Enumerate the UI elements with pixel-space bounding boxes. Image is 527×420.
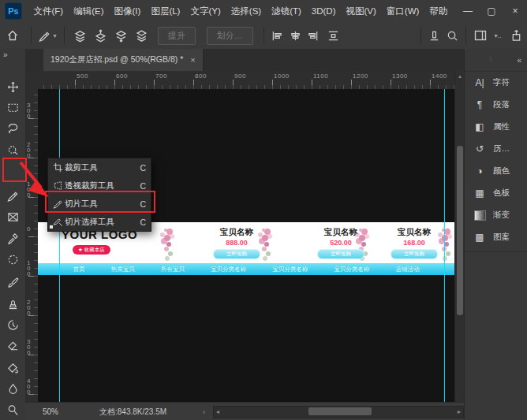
maximize-button[interactable]: ▢ (480, 2, 503, 20)
overflow-caret-icon[interactable]: ▾‥ (490, 27, 505, 44)
bring-forward-icon[interactable] (90, 27, 110, 44)
guide-line-right (444, 89, 445, 402)
horizontal-scroll-thumb[interactable] (308, 407, 372, 415)
zoom-level-field[interactable]: 50% (43, 407, 58, 416)
scroll-left-icon[interactable]: ◂ (216, 408, 219, 415)
share-export-icon[interactable] (506, 27, 527, 44)
status-expander-icon[interactable]: › (203, 408, 205, 416)
crop-tool-icon (51, 162, 65, 173)
product-price: 520.00 (305, 239, 376, 247)
dock-grip[interactable]: ⠿ (465, 57, 517, 63)
panel-tab-swatches[interactable]: ▦ 色板 (465, 182, 527, 204)
buy-now-button: 立即抢购 (391, 249, 438, 259)
panel-tab-character[interactable]: A| 字符 (465, 72, 527, 94)
horizontal-ruler: 50060070080090010001100120013001400 (38, 71, 454, 90)
menu-3d[interactable]: 3D(D) (306, 6, 341, 16)
menu-image[interactable]: 图像(I) (109, 6, 146, 17)
align-right-icon[interactable] (304, 27, 321, 44)
menu-select[interactable]: 选择(S) (226, 6, 266, 17)
menu-item-perspective-crop-tool[interactable]: 透视裁剪工具 C (48, 177, 151, 195)
panel-tab-gradients[interactable]: 渐变 (465, 204, 527, 226)
home-icon[interactable] (0, 27, 26, 44)
menu-file[interactable]: 文件(F) (28, 6, 69, 17)
divide-button[interactable]: 划分… (207, 27, 253, 45)
distribute-icon[interactable] (322, 27, 345, 44)
eyedropper-tool[interactable] (3, 229, 22, 247)
history-brush-tool[interactable] (3, 315, 22, 334)
ruler-tick-label: 500 (77, 72, 88, 80)
panel-divider (465, 251, 527, 252)
menu-item-crop-tool[interactable]: 裁剪工具 C (48, 158, 151, 177)
slice-tool-icon (51, 199, 65, 209)
menu-filter[interactable]: 滤镜(T) (267, 6, 307, 17)
ruler-tick-label: 1200 (353, 72, 368, 80)
paint-bucket-tool[interactable] (3, 358, 22, 377)
clone-stamp-tool[interactable] (3, 294, 22, 313)
brush-tool[interactable] (3, 273, 22, 292)
active-tool-icon[interactable]: ▾ (36, 27, 59, 44)
move-tool[interactable] (3, 77, 22, 96)
nav-item: 热卖宝贝 (111, 266, 135, 273)
guide-line-left (59, 89, 60, 402)
marquee-tool[interactable] (3, 98, 22, 117)
frame-tool[interactable] (3, 207, 22, 226)
toolbar-collapse[interactable]: » (0, 49, 25, 71)
panel-tab-patterns[interactable]: ▩ 图案 (465, 226, 527, 248)
tab-close-icon[interactable]: × (190, 55, 195, 65)
ruler-tick-label: 0 (27, 226, 30, 232)
send-to-back-icon[interactable] (132, 27, 152, 44)
healing-brush-tool[interactable] (3, 250, 22, 269)
minimize-button[interactable]: — (456, 2, 480, 20)
menu-item-slice-select-tool[interactable]: 切片选择工具 C (48, 213, 151, 231)
ruler-tick-label: 2 0 0 (27, 299, 30, 316)
object-selection-tool[interactable] (3, 140, 22, 159)
ruler-corner (25, 71, 39, 90)
menu-item-slice-tool[interactable]: 切片工具 C (48, 195, 151, 213)
title-bar: Ps 文件(F) 编辑(E) 图像(I) 图层(L) 文字(Y) 选择(S) 滤… (0, 0, 527, 23)
menu-view[interactable]: 视图(V) (341, 6, 381, 17)
vertical-ruler: 3 0 02 0 01 0 001 0 02 0 03 0 04 0 05 0 … (25, 89, 38, 402)
eraser-tool[interactable] (3, 336, 22, 355)
perspective-crop-tool-icon (51, 180, 65, 191)
menu-layer[interactable]: 图层(L) (146, 6, 185, 17)
align-left-icon[interactable] (269, 27, 286, 44)
panel-tab-color[interactable]: ◑ 颜色 (465, 160, 527, 182)
horizontal-scrollbar[interactable]: ◂ ▸ (213, 406, 464, 418)
document-tab-title: 1920全屏店招.psd @ 50%(RGB/8) * (50, 54, 183, 65)
product-price: 888.00 (201, 239, 272, 247)
ruler-tick-label: 1100 (313, 72, 328, 80)
align-center-icon[interactable] (286, 27, 304, 44)
vertical-scroll-thumb[interactable] (457, 146, 463, 315)
flower-decoration (164, 229, 167, 232)
tool-preset-caret[interactable]: ▾ (53, 32, 56, 39)
zoom-icon[interactable] (443, 27, 461, 44)
crop-tools-flyout-menu: 裁剪工具 C 透视裁剪工具 C 切片工具 C 切片选择工具 C (47, 158, 151, 232)
promote-button[interactable]: 提升 (158, 27, 196, 45)
menu-type[interactable]: 文字(Y) (185, 6, 226, 17)
slice-select-tool-icon (51, 217, 65, 227)
properties-panel-icon: ◧ (472, 121, 488, 133)
panel-tab-paragraph[interactable]: ¶ 段落 (465, 94, 527, 116)
panel-tab-history[interactable]: ↺ 历… (465, 138, 527, 160)
crop-tool-active[interactable] (3, 186, 22, 205)
close-button[interactable]: × (503, 2, 527, 20)
bring-to-front-icon[interactable] (69, 27, 90, 44)
workspace-panel-icon[interactable] (471, 27, 490, 44)
blur-tool[interactable] (3, 379, 22, 398)
nav-item: 首页 (73, 266, 85, 273)
menu-window[interactable]: 窗口(W) (381, 6, 424, 17)
canvas-area[interactable]: YOUR LOGO ★ 收藏本店 宝贝名称 888.00 立即抢购 宝贝名称 5… (38, 89, 454, 402)
panel-tab-properties[interactable]: ◧ 属性 (465, 116, 527, 138)
product-card: 宝贝名称 520.00 立即抢购 (305, 227, 376, 259)
dodge-tool[interactable] (3, 400, 22, 419)
lasso-tool[interactable] (3, 118, 22, 137)
collapse-panels-icon[interactable]: « (517, 56, 521, 65)
ruler-tick-label: 4 0 0 (27, 378, 30, 395)
menu-edit[interactable]: 编辑(E) (69, 6, 109, 17)
hide-auto-slices-icon[interactable] (426, 27, 443, 44)
menu-help[interactable]: 帮助 (424, 6, 453, 17)
send-backward-icon[interactable] (110, 27, 131, 44)
ruler-tick-label: 1300 (392, 72, 408, 80)
scroll-right-icon[interactable]: ▸ (458, 408, 461, 415)
document-tab[interactable]: 1920全屏店招.psd @ 50%(RGB/8) * × (43, 49, 204, 71)
